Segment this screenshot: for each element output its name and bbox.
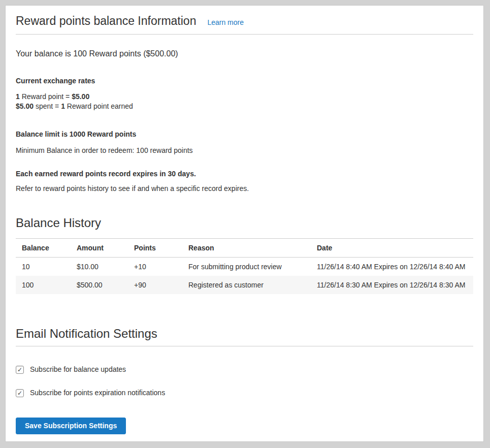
rate1-text: Reward point = [20, 92, 72, 101]
cell-amount: $500.00 [71, 276, 128, 294]
balance-history-table: Balance Amount Points Reason Date 10 $10… [16, 238, 473, 294]
balance-updates-checkbox[interactable]: ✓ [16, 366, 24, 374]
rate2-points: 1 [61, 102, 65, 110]
balance-updates-option: ✓ Subscribe for balance updates [16, 365, 473, 374]
expiration-rule-text: Each earned reward points record expires… [16, 169, 473, 179]
column-header-balance: Balance [16, 239, 71, 258]
cell-balance: 10 [16, 258, 71, 276]
rate2-amount: $5.00 [16, 102, 34, 110]
exchange-rate-line-1: 1 Reward point = $5.00 [16, 92, 473, 102]
column-header-amount: Amount [71, 239, 128, 258]
cell-reason: Registered as customer [182, 276, 311, 294]
cell-amount: $10.00 [71, 258, 128, 276]
reward-points-card: Reward points balance Information Learn … [5, 5, 484, 442]
email-notification-heading: Email Notification Settings [16, 327, 473, 346]
cell-reason: For submitting product review [182, 258, 311, 276]
balance-history-heading: Balance History [16, 216, 473, 230]
balance-limit-text: Balance limit is 1000 Reward points [16, 130, 473, 139]
exchange-rates-heading: Current exchange rates [16, 76, 473, 86]
table-header-row: Balance Amount Points Reason Date [16, 239, 473, 258]
exchange-rate-line-2: $5.00 spent = 1 Reward point earned [16, 102, 473, 111]
rate1-amount: $5.00 [72, 92, 89, 101]
expiration-note-text: Refer to reward points history to see if… [16, 184, 473, 194]
balance-updates-label[interactable]: Subscribe for balance updates [30, 365, 126, 374]
rate2-text-b: Reward point earned [65, 102, 133, 110]
page-title-row: Reward points balance Information Learn … [16, 14, 473, 35]
points-expiration-checkbox[interactable]: ✓ [16, 389, 24, 397]
points-expiration-label[interactable]: Subscribe for points expiration notifica… [30, 388, 165, 398]
check-icon: ✓ [17, 390, 22, 396]
page-title: Reward points balance Information [16, 14, 196, 28]
column-header-points: Points [128, 239, 182, 258]
balance-summary: Your balance is 100 Reward points ($500.… [16, 49, 473, 59]
cell-balance: 100 [16, 276, 71, 294]
minimum-balance-text: Minimum Balance in order to redeem: 100 … [16, 146, 473, 155]
column-header-reason: Reason [182, 239, 311, 258]
rate1-points: 1 [16, 92, 20, 101]
save-subscription-settings-button[interactable]: Save Subscription Settings [16, 418, 126, 434]
cell-points: +90 [128, 276, 182, 294]
table-row: 100 $500.00 +90 Registered as customer 1… [16, 276, 473, 294]
cell-date: 11/26/14 8:30 AM Expires on 12/26/14 8:3… [311, 276, 473, 294]
cell-points: +10 [128, 258, 182, 276]
cell-date: 11/26/14 8:40 AM Expires on 12/26/14 8:4… [311, 258, 473, 276]
check-icon: ✓ [17, 367, 22, 373]
learn-more-link[interactable]: Learn more [207, 18, 244, 26]
table-row: 10 $10.00 +10 For submitting product rev… [16, 258, 473, 276]
rate2-text-a: spent = [34, 102, 61, 110]
points-expiration-option: ✓ Subscribe for points expiration notifi… [16, 388, 473, 398]
column-header-date: Date [311, 239, 473, 258]
